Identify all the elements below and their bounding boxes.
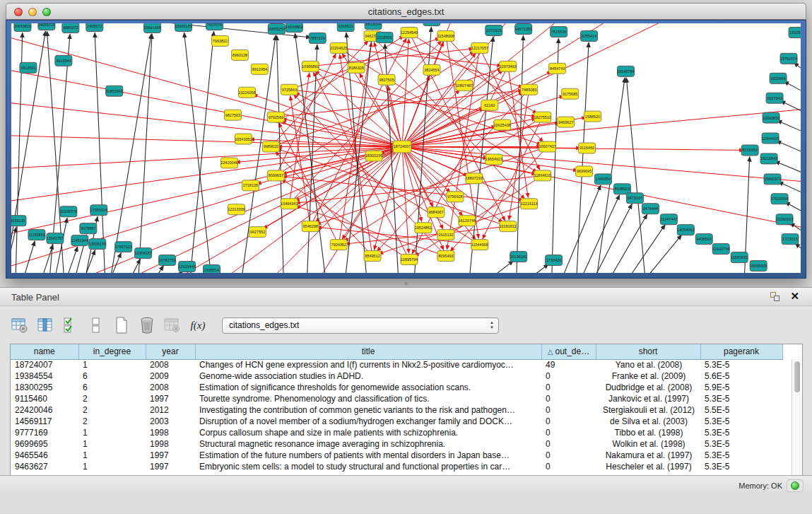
graph-node-yellow[interactable]: 8454749	[549, 63, 566, 74]
table-cell[interactable]: Investigating the contribution of common…	[195, 404, 541, 416]
graph-node-yellow[interactable]: 22420046	[220, 158, 237, 168]
table-cell[interactable]: 2	[78, 404, 146, 416]
graph-node-yellow[interactable]: 9827503	[224, 110, 241, 120]
delete-table-icon[interactable]	[163, 315, 182, 336]
table-cell[interactable]: 1	[78, 359, 146, 370]
table-cell[interactable]: 9115460	[11, 393, 78, 404]
table-row[interactable]: 1938455462009Genome-wide association stu…	[11, 370, 782, 382]
graph-node-yellow[interactable]: 10807487	[456, 80, 473, 90]
graph-node-teal[interactable]: 12444415	[762, 133, 779, 144]
graph-node-yellow[interactable]: 18275510	[534, 112, 551, 122]
table-cell[interactable]: Embryonic stem cells: a model to study s…	[195, 461, 541, 472]
graph-node-yellow[interactable]: 1588520	[584, 111, 601, 122]
table-cell[interactable]: de Silva et al. (2003)	[596, 416, 700, 427]
graph-node-yellow[interactable]: 9427552	[249, 227, 266, 238]
graph-node-teal[interactable]: 14254062	[677, 225, 694, 235]
table-cell[interactable]: 1997	[146, 450, 195, 461]
graph-node-yellow[interactable]: 12216113	[521, 199, 538, 209]
graph-node-yellow[interactable]: 7963822	[211, 35, 228, 46]
column-header-pagerank[interactable]: pagerank	[700, 344, 782, 359]
table-cell[interactable]: 2008	[146, 382, 195, 393]
table-cell[interactable]: 22420046	[11, 404, 78, 416]
graph-node-yellow[interactable]: 9792569	[267, 112, 284, 122]
table-cell[interactable]: Genome-wide association studies in ADHD.	[195, 370, 541, 382]
table-cell[interactable]: 19384554	[11, 370, 78, 382]
graph-node-yellow[interactable]: 19524861	[415, 223, 432, 233]
table-cell[interactable]: 0	[541, 427, 596, 438]
table-cell[interactable]: 5.3E-5	[700, 416, 782, 427]
graph-node-teal[interactable]: 10254927	[423, 23, 440, 25]
column-header-short[interactable]: short	[596, 344, 700, 359]
graph-node-teal[interactable]: 2405572	[86, 23, 103, 31]
graph-node-yellow[interactable]: 62160	[481, 100, 498, 110]
graph-node-yellow[interactable]: 9684067	[428, 207, 445, 218]
table-cell[interactable]: 1	[78, 438, 146, 450]
table-row[interactable]: 946554611997Estimation of the future num…	[11, 450, 782, 461]
split-pane-handle[interactable]	[404, 282, 408, 285]
graph-node-teal[interactable]: 15905183	[175, 23, 192, 31]
graph-node-yellow[interactable]: 9756928	[447, 192, 464, 202]
graph-node-teal[interactable]: 2218506	[376, 32, 393, 42]
table-cell[interactable]: Franke et al. (2009)	[596, 370, 700, 382]
table-row[interactable]: 1830029562008Estimation of significance …	[11, 382, 782, 393]
graph-node-teal[interactable]: 7515526	[551, 26, 567, 37]
table-cell[interactable]: Hescheler et al. (1997)	[596, 461, 700, 472]
graph-node-yellow[interactable]: 10161612	[500, 221, 517, 232]
graph-node-yellow[interactable]: 18807293	[466, 173, 483, 184]
table-cell[interactable]: 9465546	[11, 450, 78, 461]
graph-node-teal[interactable]: 3939139	[11, 216, 26, 226]
graph-node-teal[interactable]: 3913544	[55, 55, 72, 66]
graph-node-yellow[interactable]: 10025438	[494, 119, 511, 130]
graph-node-yellow[interactable]: 12213339	[228, 204, 245, 215]
graph-node-teal[interactable]: 2935514	[204, 265, 220, 273]
column-header-name[interactable]: name	[11, 344, 78, 359]
column-header-year[interactable]: year	[146, 344, 195, 359]
graph-node-teal[interactable]: 1440954	[595, 174, 612, 185]
graph-node-teal[interactable]: 10655257	[268, 23, 285, 34]
graph-node-yellow[interactable]: 8549512	[364, 251, 381, 262]
table-row[interactable]: 1872400712008Changes of HCN gene express…	[11, 359, 782, 370]
table-cell[interactable]: 2008	[146, 359, 195, 370]
table-cell[interactable]: 5.9E-5	[700, 382, 782, 393]
graph-node-teal[interactable]: 9436593	[695, 234, 712, 245]
graph-node-teal[interactable]: 9880972	[62, 23, 79, 33]
table-cell[interactable]: 0	[541, 450, 596, 461]
graph-node-teal[interactable]: 8813054	[365, 23, 382, 29]
column-header-title[interactable]: title	[195, 344, 541, 359]
table-row[interactable]: 1456911722003Disruption of a novel membe…	[11, 416, 782, 427]
table-cell[interactable]: 2003	[146, 416, 195, 427]
table-row[interactable]: 2242004622012Investigating the contribut…	[11, 404, 782, 416]
graph-node-yellow[interactable]: 12254549	[401, 27, 418, 37]
table-cell[interactable]: 18724007	[11, 359, 78, 370]
show-columns-icon[interactable]	[35, 315, 55, 336]
graph-node-teal[interactable]: 1773015	[782, 234, 799, 245]
graph-node-yellow[interactable]: 10607427	[539, 141, 555, 152]
table-cell[interactable]: Dudbridge et al. (2008)	[596, 382, 700, 393]
graph-node-yellow[interactable]: 19654923	[486, 154, 502, 165]
graph-node-yellow[interactable]: 9463627	[558, 117, 575, 127]
window-titlebar[interactable]: citations_edges.txt	[6, 3, 806, 20]
graph-node-teal[interactable]: 8215953	[741, 145, 758, 156]
graph-node-teal[interactable]: 15751074	[780, 53, 797, 64]
table-cell[interactable]: Tourette syndrome. Phenomenology and cla…	[195, 393, 541, 404]
table-selector-dropdown[interactable]: citations_edges.txt ▲▼	[222, 317, 499, 334]
table-cell[interactable]: Wolkin et al. (1998)	[596, 438, 700, 450]
graph-node-teal[interactable]: 16648784	[617, 66, 634, 76]
graph-node-teal[interactable]: 9255414	[581, 30, 598, 41]
table-cell[interactable]: 0	[541, 461, 596, 472]
column-header-in_degree[interactable]: in_degree	[78, 344, 146, 359]
graph-node-teal[interactable]: 11583631	[731, 252, 748, 263]
table-cell[interactable]: Changes of HCN gene expression and I(f) …	[195, 359, 541, 370]
table-cell[interactable]: 5.3E-5	[700, 427, 782, 438]
table-cell[interactable]: 1998	[146, 438, 195, 450]
graph-node-teal[interactable]: 9227343	[766, 93, 783, 103]
table-cell[interactable]: Yano et al. (2008)	[596, 359, 700, 370]
graph-node-teal[interactable]: 16782759	[158, 255, 175, 266]
table-cell[interactable]: Disruption of a novel member of a sodium…	[195, 416, 541, 427]
graph-node-yellow[interactable]: 10973493	[500, 61, 517, 71]
graph-node-yellow[interactable]: 8186328	[348, 62, 365, 73]
delete-column-icon[interactable]	[137, 315, 157, 336]
graph-node-teal[interactable]: 16136141	[510, 252, 527, 262]
graph-node-teal[interactable]: 9975887	[80, 223, 97, 234]
table-cell[interactable]: 5.3E-5	[700, 393, 782, 404]
